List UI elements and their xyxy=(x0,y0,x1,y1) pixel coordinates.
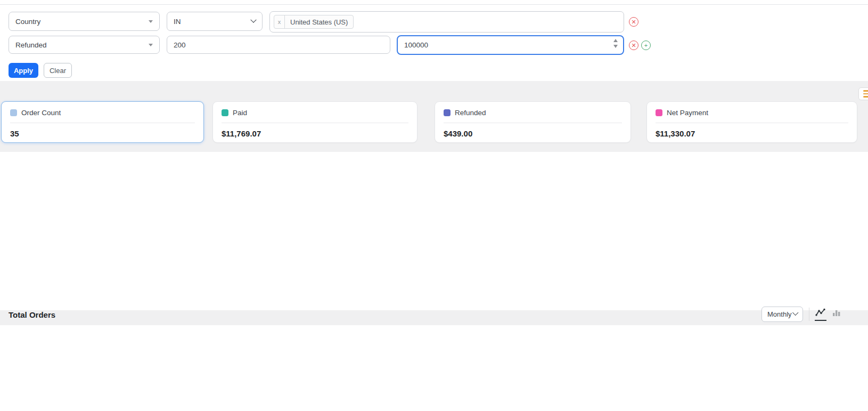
bar-chart-icon xyxy=(832,308,841,317)
table-card: 10 xyxy=(0,325,868,411)
chevron-down-icon xyxy=(149,20,153,23)
chevron-down-icon xyxy=(792,309,798,315)
summary-card-net-payment[interactable]: Net Payment $11,330.07 xyxy=(646,101,857,143)
max-value-input[interactable] xyxy=(404,41,607,49)
clear-button[interactable]: Clear xyxy=(44,63,72,78)
chevron-down-icon xyxy=(149,44,153,46)
top-divider xyxy=(0,4,868,5)
series-color-swatch xyxy=(222,109,228,116)
card-label: Net Payment xyxy=(667,109,708,117)
card-value: $11,769.07 xyxy=(222,129,408,138)
filter-field-select[interactable]: Country xyxy=(9,12,160,31)
apply-button[interactable]: Apply xyxy=(9,63,38,78)
min-value-input-wrap xyxy=(167,36,390,54)
add-filter-row-icon[interactable]: + xyxy=(641,41,651,50)
filter-field-label-2: Refunded xyxy=(15,41,47,49)
series-color-swatch xyxy=(656,109,662,116)
stepper-down-icon[interactable] xyxy=(613,45,618,48)
card-value: 35 xyxy=(10,129,195,138)
filter-operator-select[interactable]: IN xyxy=(167,12,263,31)
tag-label: United States (US) xyxy=(285,15,353,28)
card-label: Paid xyxy=(233,109,247,117)
summary-card-paid[interactable]: Paid $11,769.07 xyxy=(212,101,417,143)
remove-filter-row-icon[interactable]: ✕ xyxy=(629,17,638,27)
chart-title: Total Orders xyxy=(9,310,55,319)
interval-label: Monthly xyxy=(767,310,792,318)
line-chart-icon xyxy=(815,308,826,317)
remove-tag-icon[interactable]: x xyxy=(274,15,285,28)
interval-dropdown[interactable]: Monthly xyxy=(761,307,803,322)
card-divider xyxy=(222,123,408,123)
filter-operator-label: IN xyxy=(174,18,181,26)
country-tag: x United States (US) xyxy=(274,15,354,29)
orders-chart-card: Total Orders Monthly 3.02.52.01.51.00.50… xyxy=(0,152,868,310)
card-divider xyxy=(656,123,848,123)
series-color-swatch xyxy=(10,109,17,116)
summary-card-refunded[interactable]: Refunded $439.00 xyxy=(435,101,631,143)
filter-value-tagbox[interactable]: x United States (US) xyxy=(269,11,624,33)
card-value: $439.00 xyxy=(444,129,622,138)
analytics-dashboard: Country IN x United States (US) ✕ Refund… xyxy=(0,0,868,411)
card-value: $11,330.07 xyxy=(656,129,848,138)
corner-options-button[interactable] xyxy=(858,87,868,100)
line-chart-type-button[interactable] xyxy=(815,308,826,321)
min-value-input[interactable] xyxy=(174,41,383,49)
card-divider xyxy=(10,123,195,123)
filter-panel: Country IN x United States (US) ✕ Refund… xyxy=(0,0,868,81)
card-label: Refunded xyxy=(455,109,486,117)
bar-chart-type-button[interactable] xyxy=(831,308,842,321)
summary-card-order-count[interactable]: Order Count 35 xyxy=(1,101,204,143)
divider xyxy=(809,308,809,321)
chevron-down-icon xyxy=(250,17,256,23)
max-value-input-wrap xyxy=(397,35,624,55)
remove-filter-row-icon[interactable]: ✕ xyxy=(629,41,638,50)
card-label: Order Count xyxy=(21,109,61,117)
stepper-up-icon[interactable] xyxy=(613,39,618,42)
card-divider xyxy=(444,123,622,123)
number-stepper[interactable] xyxy=(613,39,618,48)
filter-field-select-2[interactable]: Refunded xyxy=(9,36,160,54)
series-color-swatch xyxy=(444,109,451,116)
filter-field-label: Country xyxy=(15,18,40,26)
